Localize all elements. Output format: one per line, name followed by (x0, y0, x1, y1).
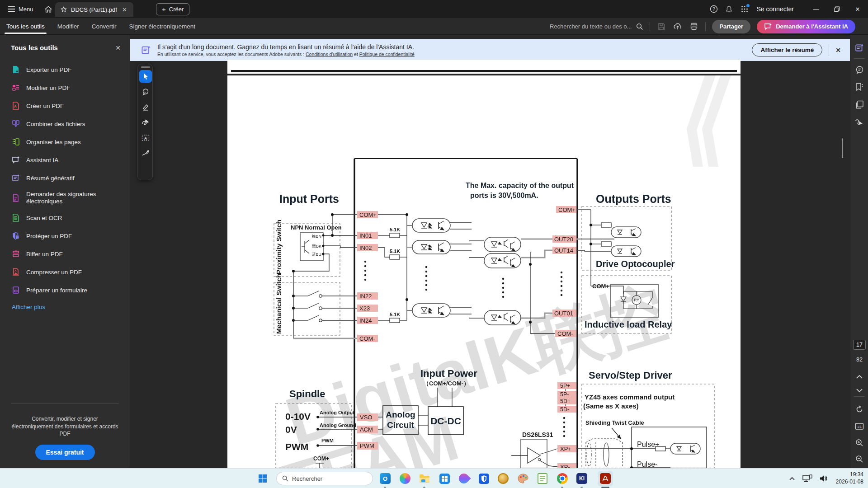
taskbar-notepad-app[interactable] (536, 472, 549, 485)
notifications-button[interactable] (722, 0, 737, 18)
sidebar-item-prepare-form[interactable]: Préparer un formulaire (0, 281, 130, 299)
volume-icon[interactable] (820, 475, 829, 482)
restore-icon (834, 6, 840, 12)
svg-text:A: A (15, 217, 17, 220)
tray-chevron-up-icon[interactable] (789, 477, 795, 481)
sidebar-item-redact-pdf[interactable]: Biffer un PDF (0, 245, 130, 263)
comment-tool[interactable] (139, 85, 152, 98)
taskbar-bitwarden[interactable] (477, 472, 491, 485)
sidebar-item-organize-pages[interactable]: Organiser les pages (0, 133, 130, 151)
print-button[interactable] (689, 23, 699, 30)
tab-convert[interactable]: Convertir (92, 18, 117, 35)
taskbar-ms-store[interactable] (438, 472, 451, 485)
show-more-link[interactable]: Afficher plus (0, 299, 130, 310)
taskbar-palette-app[interactable] (516, 472, 530, 485)
select-tool[interactable] (139, 70, 152, 83)
taskbar-outlook[interactable]: O (378, 472, 392, 485)
port-com-plus: COM+ (359, 211, 377, 218)
taskbar-gold-badge-app[interactable] (496, 472, 510, 485)
actual-size-button[interactable]: 1:1 (850, 419, 868, 433)
free-trial-button[interactable]: Essai gratuit (35, 445, 94, 460)
rotate-page-button[interactable] (850, 403, 868, 416)
combine-files-icon (12, 120, 20, 128)
sidebar-item-create-pdf[interactable]: ACréer un PDF (0, 97, 130, 115)
signature-panel-button[interactable] (850, 115, 868, 129)
port-com-minus: COM- (359, 335, 375, 342)
ask-ai-assistant-button[interactable]: Demander à l'Assistant IA (757, 20, 855, 33)
sidebar-item-ai-assistant[interactable]: Assistant IA (0, 151, 130, 169)
taskbar-file-explorer[interactable] (418, 472, 431, 485)
sign-tool[interactable] (139, 147, 152, 160)
next-page-button[interactable] (850, 384, 868, 397)
save-button[interactable] (656, 23, 666, 30)
taskbar-kicad[interactable]: Ki (575, 472, 589, 485)
start-button[interactable] (256, 472, 269, 485)
port-xp-minus: XP- (560, 464, 570, 468)
tab-edit[interactable]: Modifier (57, 18, 79, 35)
sidebar-item-compress-pdf[interactable]: ACompresser un PDF (0, 263, 130, 281)
window-minimize-button[interactable]: — (806, 0, 826, 18)
terms-link[interactable]: Conditions d'utilisation (306, 52, 353, 57)
sidebar-item-edit-pdf[interactable]: Modifier un PDF (0, 79, 130, 97)
port-out20: OUT20 (554, 236, 573, 243)
taskbar-copilot[interactable] (398, 472, 412, 485)
divider (705, 22, 706, 31)
sidebar-close-icon[interactable]: ✕ (115, 44, 121, 52)
taskbar-chrome[interactable] (556, 472, 569, 485)
window-close-button[interactable]: ✕ (847, 0, 868, 18)
create-button[interactable]: + Créer (156, 3, 189, 15)
upload-cloud-button[interactable] (673, 23, 683, 30)
svg-text:1:1: 1:1 (857, 425, 862, 428)
system-clock[interactable]: 19:34 2026-01-08 (836, 471, 863, 485)
tab-close-icon[interactable]: ✕ (121, 6, 128, 13)
privacy-link[interactable]: Politique de confidentialité (359, 52, 415, 57)
outputs-ports-title: Outputs Ports (596, 192, 671, 205)
show-summary-button[interactable]: Afficher le résumé (752, 43, 822, 56)
document-tab[interactable]: DDCS (Part1).pdf ✕ (55, 2, 133, 17)
share-button[interactable]: Partager (712, 20, 750, 33)
comments-panel-button[interactable] (850, 63, 868, 76)
sidebar-item-export-pdf[interactable]: Exporter un PDF (0, 61, 130, 79)
highlight-tool[interactable] (139, 101, 152, 113)
resistor-value: 5.1K (390, 249, 400, 254)
window-restore-button[interactable] (826, 0, 847, 18)
document-scrollbar-thumb[interactable] (842, 138, 843, 158)
spindle-0v: 0V (285, 424, 297, 435)
help-button[interactable]: ? (706, 0, 722, 18)
tab-all-tools[interactable]: Tous les outils (6, 18, 45, 35)
sidebar-item-scan-ocr[interactable]: AScan et OCR (0, 209, 130, 227)
mechanical-switch-label: Mechanical Switch (275, 274, 283, 334)
sidebar-item-combine-files[interactable]: Combiner des fichiers (0, 115, 130, 133)
page-thumbnails-button[interactable] (850, 98, 868, 111)
zoom-out-button[interactable] (850, 452, 868, 466)
menu-button[interactable]: Menu (5, 4, 36, 14)
home-button[interactable] (44, 5, 52, 13)
previous-page-button[interactable] (850, 370, 868, 384)
toolbar-drag-handle[interactable] (141, 66, 150, 68)
clock-date: 2026-01-08 (836, 479, 863, 486)
sidebar-item-protect-pdf[interactable]: Protéger un PDF (0, 227, 130, 245)
page-number-input[interactable]: 17 (853, 340, 866, 350)
ai-summary-panel-button[interactable] (850, 41, 868, 55)
page-total: 82 (850, 357, 868, 363)
port-in24: IN24 (359, 317, 372, 324)
network-icon[interactable] (802, 474, 812, 483)
zoom-in-button[interactable] (850, 436, 868, 450)
banner-close-icon[interactable]: ✕ (835, 47, 844, 54)
document-area: Il s'agit d'un long document. Gagnez du … (130, 35, 850, 468)
taskbar-paint-drop-app[interactable] (457, 472, 471, 485)
text-box-tool[interactable]: A (139, 131, 152, 144)
apps-grid-button[interactable] (737, 0, 752, 18)
document-search[interactable]: Rechercher du texte ou des o... (550, 23, 643, 30)
servo-title: Servo/Step Driver (589, 370, 672, 381)
optocoupler-symbol (412, 240, 450, 254)
tab-esign[interactable]: Signer électroniquement (129, 18, 195, 35)
sidebar-item-request-esignatures[interactable]: Demander des signatures électroniques (0, 187, 130, 209)
bookmarks-panel-button[interactable] (850, 80, 868, 94)
taskbar-acrobat[interactable] (599, 472, 612, 485)
signin-button[interactable]: Se connecter (757, 5, 794, 13)
draw-tool[interactable] (139, 116, 152, 129)
taskbar-search[interactable]: Rechercher (276, 472, 373, 485)
sidebar-item-generative-summary[interactable]: Résumé génératif (0, 169, 130, 187)
text-box-icon: A (142, 134, 150, 141)
